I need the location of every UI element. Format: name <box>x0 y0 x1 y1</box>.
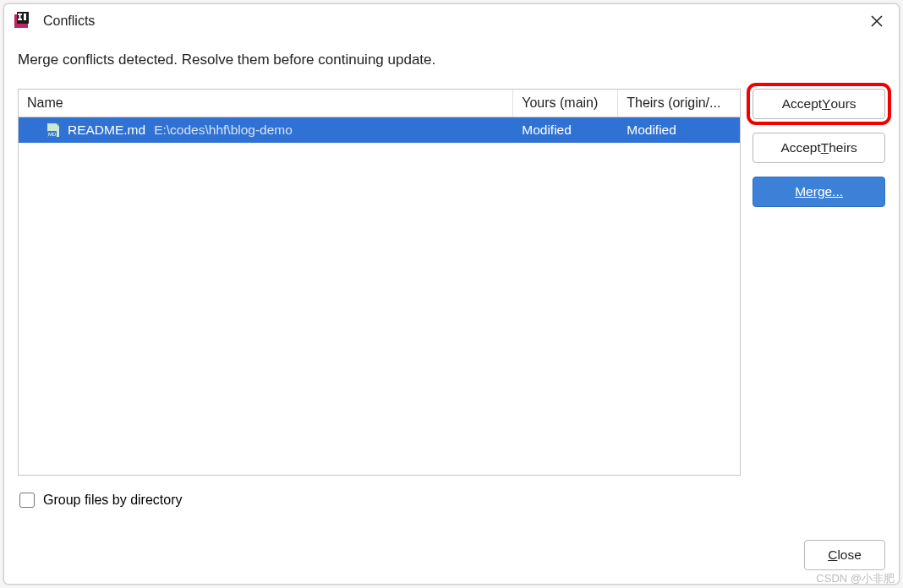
dialog-footer: Close <box>4 525 899 584</box>
table-row[interactable]: MD README.md E:\codes\hhf\blog-demo Modi… <box>19 117 740 143</box>
dialog-content: Merge conflicts detected. Resolve them b… <box>4 38 899 525</box>
table-header: Name Yours (main) Theirs (origin/... <box>19 90 740 117</box>
dialog-title: Conflicts <box>43 14 95 29</box>
titlebar: Conflicts <box>4 4 899 38</box>
merge-button[interactable]: Merge... <box>752 177 885 207</box>
close-button[interactable]: Close <box>804 540 885 570</box>
group-by-dir-row: Group files by directory <box>19 493 884 508</box>
window-close-button[interactable] <box>863 8 890 35</box>
cell-yours: Modified <box>513 122 618 138</box>
action-buttons: Accept Yours Accept Theirs Merge... <box>752 89 885 476</box>
conflicts-dialog: Conflicts Merge conflicts detected. Reso… <box>3 3 900 585</box>
app-icon <box>13 12 31 30</box>
file-name: README.md <box>68 122 145 138</box>
accept-yours-button[interactable]: Accept Yours <box>752 89 885 119</box>
accept-theirs-button[interactable]: Accept Theirs <box>752 133 885 163</box>
col-header-name[interactable]: Name <box>19 90 513 117</box>
markdown-file-icon: MD <box>47 123 63 137</box>
group-by-dir-checkbox[interactable] <box>19 493 35 508</box>
svg-text:MD: MD <box>48 132 57 137</box>
conflicts-table[interactable]: Name Yours (main) Theirs (origin/... <box>18 89 741 476</box>
svg-rect-5 <box>24 14 26 20</box>
file-path: E:\codes\hhf\blog-demo <box>154 122 293 138</box>
cell-theirs: Modified <box>618 122 740 138</box>
col-header-theirs[interactable]: Theirs (origin/... <box>618 90 740 117</box>
svg-rect-4 <box>19 14 21 20</box>
table-body: MD README.md E:\codes\hhf\blog-demo Modi… <box>19 117 740 475</box>
col-header-yours[interactable]: Yours (main) <box>513 90 618 117</box>
main-row: Name Yours (main) Theirs (origin/... <box>18 89 885 476</box>
conflict-message: Merge conflicts detected. Resolve them b… <box>18 52 885 68</box>
group-by-dir-label: Group files by directory <box>43 493 183 508</box>
cell-name: MD README.md E:\codes\hhf\blog-demo <box>19 122 513 138</box>
